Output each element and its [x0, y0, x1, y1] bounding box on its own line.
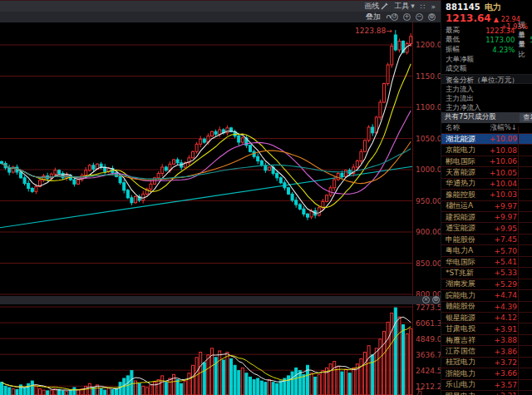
- components-bar: 共有75只成分股 查看: [441, 112, 532, 123]
- tools-label: 工具: [394, 1, 409, 12]
- fund-flow-row: 主力流入: [441, 86, 532, 93]
- price-axis-label: 950.00: [416, 197, 442, 205]
- last-price: 1213.64: [446, 12, 491, 24]
- peak-price-annotation: 1223.88→: [355, 27, 392, 35]
- price-axis: 1200.001150.001100.001050.001000.00950.0…: [413, 22, 441, 296]
- price-axis-label: 850.00: [416, 259, 442, 268]
- volume-chart[interactable]: [0, 304, 413, 395]
- draw-line-button[interactable]: 画线: [364, 1, 388, 12]
- quote-stat-row: 大单净额: [441, 55, 532, 65]
- tools-dropdown[interactable]: 工具 ▾: [394, 1, 415, 12]
- symbol-header: 881145 电力: [441, 2, 532, 12]
- close-indicator-icon[interactable]: ×: [422, 296, 430, 304]
- column-name: 名称: [446, 123, 490, 133]
- quote-panel: 881145 电力 1213.64 ▲ 22.94 +1.93% 最高1223.…: [441, 0, 532, 395]
- quote-stats: 最高1223.34现量最低1173.00总量5振幅4.23%量比大单净额成交额: [441, 26, 532, 74]
- column-change-sort[interactable]: 涨幅%↓: [490, 123, 517, 133]
- zoom-in-icon[interactable]: +: [403, 13, 411, 21]
- symbol-name: 电力: [485, 2, 501, 13]
- app-window: 画线 工具 ▾ ∷ » 叠加 ↺ + − ⚙ 1223.88→ 1200.001…: [0, 0, 532, 395]
- undo-icon[interactable]: ↺: [391, 13, 398, 21]
- fund-rows: 主力流入主力流出主力净流入: [441, 86, 532, 111]
- components-count: 共有75只成分股: [445, 112, 496, 122]
- grid-layout-icon[interactable]: ∷: [421, 2, 426, 11]
- candles-group: [1, 30, 412, 220]
- settings-gear-icon[interactable]: ⚙: [428, 13, 436, 21]
- indicator-settings-icon[interactable]: ⚙: [432, 296, 440, 304]
- ma-lines-group: [2, 45, 411, 213]
- quote-stat-row: 成交额: [441, 64, 532, 74]
- pencil-icon: [381, 2, 388, 10]
- chevron-down-icon: ▾: [411, 1, 415, 12]
- view-all-button[interactable]: 查看: [520, 113, 532, 122]
- toolbar-row-1: 画线 工具 ▾ ∷ »: [0, 1, 441, 12]
- column-separator: [518, 126, 519, 395]
- pane-divider[interactable]: [0, 296, 441, 304]
- symbol-code: 881145: [446, 2, 480, 12]
- fund-analysis-header: 资金分析（单位:万元）: [441, 74, 532, 84]
- fund-flow-row: 主力净流入: [441, 104, 532, 111]
- quote-stat-row: 振幅4.23%量比: [441, 45, 532, 55]
- zoom-out-icon[interactable]: −: [416, 13, 423, 21]
- up-arrow-icon: ▲: [494, 16, 499, 23]
- candlestick-chart[interactable]: 1223.88→: [0, 22, 413, 296]
- fund-flow-row: 主力流出: [441, 95, 532, 102]
- volume-pane-controls: × ⚙: [422, 296, 440, 304]
- price-axis-label: 900.00: [416, 228, 442, 236]
- chart-toolbar: 画线 工具 ▾ ∷ » 叠加 ↺ + − ⚙: [0, 0, 441, 22]
- draw-line-label: 画线: [364, 1, 379, 12]
- volume-unit-label: 万: [416, 388, 423, 395]
- collapse-panel-icon[interactable]: »: [431, 2, 436, 11]
- volume-bars-group: [1, 308, 412, 395]
